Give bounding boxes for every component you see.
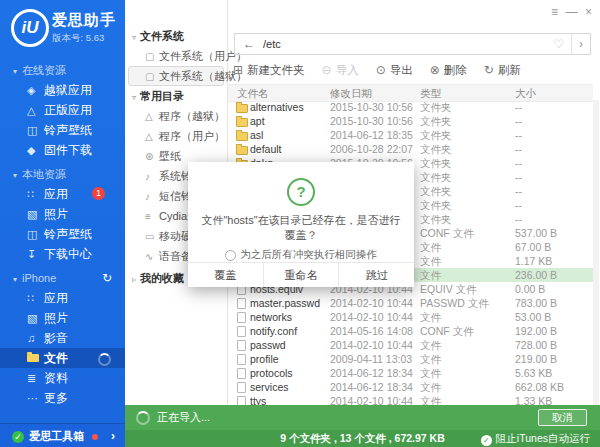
- sidebar-item-label: 应用: [44, 187, 68, 201]
- delete-icon: ⊗: [430, 63, 440, 77]
- table-row[interactable]: master.passwd2014-02-10 10:44PASSWD 文件78…: [228, 296, 593, 310]
- nav-group-header[interactable]: ▿常用目录: [125, 86, 227, 106]
- sidebar-item-label: 固件下载: [44, 143, 92, 157]
- table-row[interactable]: profile2009-04-11 13:03文件219.00 B: [228, 352, 593, 366]
- table-row[interactable]: default2006-10-28 22:07文件夹--: [228, 142, 593, 156]
- file-icon: [237, 354, 246, 365]
- path-input[interactable]: /etc: [263, 38, 546, 50]
- overwrite-button[interactable]: 覆盖: [188, 263, 264, 287]
- file-size: --: [515, 198, 522, 212]
- jailbreak-apps-icon: ◈: [27, 80, 44, 100]
- apply-to-all-option[interactable]: 为之后所有冲突执行相同操作: [188, 248, 414, 262]
- file-type: 文件夹: [420, 114, 452, 128]
- skip-button[interactable]: 跳过: [339, 263, 414, 287]
- sidebar-item-local-ringtone-wallpaper[interactable]: ◫铃声壁纸: [0, 224, 125, 244]
- refresh-button[interactable]: ↻刷新: [484, 63, 521, 78]
- radio-icon[interactable]: [225, 250, 236, 261]
- sidebar-item-iphone-data[interactable]: ≣资料: [0, 368, 125, 388]
- column-header-date[interactable]: 修改日期: [330, 86, 372, 100]
- import-icon: ⊖: [322, 63, 332, 77]
- minimize-icon[interactable]: —: [563, 5, 580, 19]
- export-icon: ⊙: [376, 63, 386, 77]
- sidebar-item-ringtone-wallpaper[interactable]: ◫铃声壁纸: [0, 120, 125, 140]
- export-button[interactable]: ⊙导出: [376, 63, 413, 78]
- file-type: 文件: [420, 268, 441, 282]
- sidebar-item-local-apps[interactable]: ∷应用1: [0, 184, 125, 204]
- nav-item-fs-jailbreak[interactable]: ▢文件系统（越狱）: [128, 66, 224, 86]
- file-type: CONF 文件: [420, 226, 474, 240]
- nav-group-header[interactable]: ▿文件系统: [125, 26, 227, 46]
- table-row[interactable]: apt2015-10-30 10:56文件夹--: [228, 114, 593, 128]
- app-logo-icon: iU: [11, 9, 49, 47]
- file-type: 文件: [420, 352, 441, 366]
- toolbar-button-label: 新建文件夹: [247, 64, 305, 76]
- file-name: asl: [250, 128, 263, 142]
- sidebar-item-download-center[interactable]: ↧下载中心: [0, 244, 125, 264]
- column-header-name[interactable]: 文件名: [237, 86, 269, 100]
- media-icon: ♫: [27, 328, 44, 348]
- nav-item-program-user[interactable]: △程序（用户）: [125, 126, 227, 146]
- data-list-icon: ≣: [27, 368, 44, 388]
- sidebar-item-iphone-photos[interactable]: ▧照片: [0, 308, 125, 328]
- vertical-scrollbar[interactable]: [593, 100, 599, 405]
- toolbar-button-label: 刷新: [498, 64, 521, 76]
- cancel-button[interactable]: 取消: [538, 409, 587, 426]
- sidebar-item-label: 正版应用: [44, 103, 92, 117]
- nav-item-program-jailbreak[interactable]: △程序（越狱）: [125, 106, 227, 126]
- toolbox-bar[interactable]: ✓爱思工具箱 ›: [0, 423, 125, 447]
- table-row[interactable]: alternatives2015-10-30 10:56文件夹--: [228, 100, 593, 114]
- sidebar-item-label: 文件: [44, 351, 68, 365]
- voice-icon: ∿: [145, 247, 159, 267]
- file-date: 2014-06-12 18:34: [330, 380, 413, 394]
- dialog-message-line2: 覆盖？: [198, 228, 404, 243]
- file-icon: [237, 312, 246, 323]
- sidebar-item-label: 更多: [44, 391, 68, 405]
- sidebar-section-header[interactable]: ▾本地资源: [0, 164, 125, 184]
- table-row[interactable]: protocols2014-06-12 18:34文件5.63 KB: [228, 366, 593, 380]
- file-size: 219.00 B: [515, 352, 557, 366]
- close-icon[interactable]: ×: [580, 5, 597, 19]
- table-row[interactable]: services2014-06-12 18:34文件662.08 KB: [228, 380, 593, 394]
- file-type: 文件夹: [420, 184, 452, 198]
- sync-icon[interactable]: ↻: [102, 268, 112, 288]
- sidebar-item-iphone-files[interactable]: 文件: [0, 348, 125, 368]
- new-folder-button[interactable]: ⊞新建文件夹: [233, 63, 305, 78]
- file-size: 67.00 B: [515, 240, 551, 254]
- table-row[interactable]: notify.conf2014-05-16 14:08CONF 文件192.00…: [228, 324, 593, 338]
- file-date: 2009-04-11 13:03: [330, 352, 412, 366]
- table-row[interactable]: networks2014-02-10 10:44文件53.00 B: [228, 310, 593, 324]
- nav-item-fs-user[interactable]: ▢文件系统（用户）: [125, 46, 227, 66]
- question-icon: ?: [287, 178, 315, 206]
- back-arrow-icon[interactable]: ←: [235, 37, 263, 51]
- file-type: 文件: [420, 240, 441, 254]
- file-date: 2014-02-10 10:44: [330, 296, 413, 310]
- sidebar-item-local-photos[interactable]: ▧照片: [0, 204, 125, 224]
- rename-button[interactable]: 重命名: [264, 263, 340, 287]
- section-label: 本地资源: [22, 168, 66, 180]
- app-title: 爱思助手: [52, 11, 116, 30]
- go-chevron-icon[interactable]: ›: [572, 37, 590, 51]
- apps-grid-icon: ∷: [27, 288, 44, 308]
- column-header-type[interactable]: 类型: [420, 86, 441, 100]
- window-controls: ≡—×: [546, 5, 597, 19]
- table-row[interactable]: asl2014-06-12 18:35文件夹--: [228, 128, 593, 142]
- table-row[interactable]: passwd2014-02-10 10:44文件728.00 B: [228, 338, 593, 352]
- sidebar-item-iphone-more[interactable]: ⋯更多: [0, 388, 125, 408]
- sidebar-section-header[interactable]: ▾在线资源: [0, 60, 125, 80]
- delete-button[interactable]: ⊗删除: [430, 63, 467, 78]
- sidebar-item-iphone-apps[interactable]: ∷应用: [0, 288, 125, 308]
- column-header-size[interactable]: 大小: [515, 86, 536, 100]
- wallpaper-icon: ⊛: [145, 147, 159, 167]
- sidebar-item-firmware-download[interactable]: ◆固件下载: [0, 140, 125, 160]
- menu-icon[interactable]: ≡: [546, 5, 563, 19]
- block-itunes-toggle[interactable]: ✓阻止iTunes自动运行: [481, 430, 590, 447]
- favorite-heart-icon[interactable]: ♡: [546, 37, 571, 51]
- file-date: 2014-06-12 18:35: [330, 128, 413, 142]
- file-size: --: [515, 142, 522, 156]
- file-size: 1.17 KB: [515, 254, 552, 268]
- sidebar-item-jailbreak-apps[interactable]: ◈越狱应用: [0, 80, 125, 100]
- file-type: 文件夹: [420, 156, 452, 170]
- sidebar-item-iphone-media[interactable]: ♫影音: [0, 328, 125, 348]
- sidebar-section-header[interactable]: ▾iPhone↻: [0, 268, 125, 288]
- sidebar-item-genuine-apps[interactable]: △正版应用: [0, 100, 125, 120]
